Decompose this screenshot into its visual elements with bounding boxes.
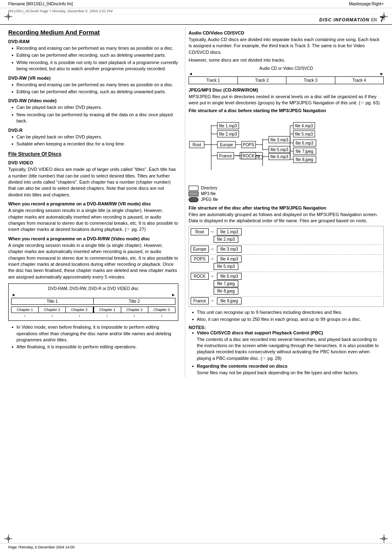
svg-text:file 1.mp3: file 1.mp3 (219, 124, 237, 128)
svg-text:file 2.mp3: file 2.mp3 (219, 132, 237, 136)
flat-group-france: France → file 9.jpeg (191, 297, 382, 304)
svg-text:Europe: Europe (220, 143, 233, 147)
right-column: Audio CD/Video CD/SVCD Typically, Audio … (185, 27, 384, 378)
svg-text:POPS: POPS (243, 143, 254, 147)
en-label: EN (371, 18, 377, 22)
main-columns: Recording Medium And Format DVD-RAM Reco… (0, 27, 392, 378)
subheader-text: MX1SEU_00.book Page 7 Monday, December 6… (8, 9, 113, 13)
track-cells: Track 1 Track 2 Track 3 Track 4 (189, 76, 384, 84)
audio-cd-body1: Typically, Audio CD discs are divided in… (189, 37, 384, 55)
flat-tree-heading: File structure of the disc after startin… (189, 205, 384, 210)
flat-tree-bullets: This unit can recognise up to 9 hierarch… (189, 309, 384, 323)
ch1-left: Chapter 1 (11, 306, 38, 313)
dvd-r-bullet-2: Suitable when keeping a recorded disc fo… (12, 141, 178, 147)
ch1-right: Chapter 1 (94, 306, 121, 313)
legend-mp3: MP3 file (189, 191, 384, 196)
legend-jpeg-icon (189, 197, 198, 202)
dvd-r-bullet-1: Can be played back on other DVD players. (12, 134, 178, 140)
dvd-rw-video-bullets: Can be played back on other DVD players.… (8, 104, 178, 124)
audio-cd-heading: Audio CD/Video CD/SVCD (189, 30, 384, 35)
when-record-vr-heading: When you record a programme on a DVD-RAM… (8, 201, 178, 206)
dvd-diagram: DVD-RAM, DVD-RW, DVD-R or DVD VIDEO disc… (8, 283, 178, 321)
flat-group-rock: ROCK → file 6.mp3 file 7.jpeg file 8.jpe… (191, 273, 382, 297)
footer-left: Page 7Monday, 6 December 2004 14:00 (8, 545, 74, 549)
track-diagram: Audio CD or Video CD/SVCD ◄ ► Track 1 Tr… (189, 66, 384, 84)
track-2: Track 2 (238, 77, 287, 84)
top-header: Filename [MX1SEU_04DiscInfo.fm] Masterpa… (0, 0, 392, 8)
svg-text:file 6.mp3: file 6.mp3 (295, 141, 314, 145)
notes-section: NOTES: Video CD/SVCD discs that support … (189, 325, 384, 376)
flat-tree-container: Root → file 1.mp3 file 2.mp3 Europe → fi… (189, 226, 384, 307)
dvd-rw-video-heading: DVD-RW (Video mode) (8, 98, 178, 103)
recording-medium-title: Recording Medium And Format (8, 29, 178, 36)
when-record-dvdr-heading: When you record a programme on a DVD-R/R… (8, 236, 178, 241)
ch3-right: Chapter 3 (148, 306, 175, 313)
svg-text:file 8.jpeg: file 8.jpeg (296, 157, 314, 162)
when-record-dvdr-body: A single recording session results in a … (8, 242, 178, 280)
section-title: DISC INFORMATION (319, 17, 369, 22)
sub-header: MX1SEU_00.book Page 7 Monday, December 6… (0, 8, 392, 14)
legend-mp3-icon (189, 191, 198, 196)
post-diagram-bullet-1: In Video mode, even before finalising, i… (12, 324, 178, 343)
chapters-row: Chapter 1 Chapter 2 Chapter 3 Chapter 1 … (11, 306, 175, 313)
masterpage-label: Masterpage:Right+ (349, 2, 384, 6)
svg-text:file 6.mp3: file 6.mp3 (270, 154, 288, 159)
dvd-rw-video-bullet-2: New recording can be performed by erasin… (12, 112, 178, 124)
note-2: Regarding the contents recorded on discs… (192, 363, 384, 376)
legend-mp3-label: MP3 file (201, 191, 216, 196)
post-diagram-bullets: In Video mode, even before finalising, i… (8, 324, 178, 350)
when-record-vr-body: A single recording session results in a … (8, 207, 178, 233)
file-tree-svg: Root file 1.mp3 file 2.mp3 (189, 117, 328, 182)
flat-group-pops: POPS → file 4.mp3 file 5.mp3 (191, 256, 382, 272)
dvd-r-heading: DVD-R (8, 128, 178, 133)
legend-jpeg: JPEG file (189, 197, 384, 202)
dvd-ram-bullet-3: While recording, it is possible not only… (12, 60, 178, 72)
legend: Directory MP3 file JPEG file (189, 186, 384, 202)
dvd-diagram-title: DVD-RAM, DVD-RW, DVD-R or DVD VIDEO disc (11, 286, 175, 291)
flat-bullet-2: Also, it can recognise up to 250 files i… (192, 316, 384, 322)
track-diagram-label: Audio CD or Video CD/SVCD (189, 66, 384, 71)
track-3: Track 3 (286, 77, 335, 84)
post-diagram-bullet-2: After finalising, it is impossible to pe… (12, 344, 178, 350)
dvd-ram-bullets: Recording and erasing can be performed a… (8, 45, 178, 72)
svg-text:file 3.mp3: file 3.mp3 (270, 138, 288, 142)
dvd-titles-row: Title 1 Title 2 (11, 298, 175, 305)
flat-group-europe: Europe → file 3.mp3 (191, 246, 382, 255)
flat-tree-body: Files are automatically grouped as follo… (189, 212, 384, 224)
jpeg-mp3-heading: JPEG/MP3 Disc (CD-R/RW/ROM) (189, 88, 384, 92)
ch2-left: Chapter 2 (38, 306, 65, 313)
jpeg-mp3-body: MP3/JPEG files put in directories nested… (189, 94, 384, 106)
svg-text:file 7.jpeg: file 7.jpeg (296, 149, 314, 154)
legend-jpeg-label: JPEG file (201, 197, 218, 202)
corner-mark-bl (4, 534, 12, 543)
corner-mark-tr (380, 12, 388, 21)
notes-label: NOTES: (189, 325, 384, 330)
dvd-rw-vr-heading: DVD-RW (VR mode) (8, 76, 178, 81)
track-1: Track 1 (189, 77, 238, 84)
audio-cd-body2: However, some discs are not divided into… (189, 57, 384, 63)
svg-text:Root: Root (192, 143, 201, 147)
file-tree-diagram-before: Root file 1.mp3 file 2.mp3 (189, 117, 384, 183)
notes-list: Video CD/SVCD discs that support Playbac… (189, 330, 384, 376)
dvd-rw-vr-bullet-1: Recording and erasing can be performed a… (12, 82, 178, 88)
filename-label: Filename [MX1SEU_04DiscInfo.fm] (8, 2, 73, 6)
svg-text:ROCK: ROCK (243, 154, 255, 158)
section-header: DISC INFORMATION EN 7 (0, 14, 392, 25)
dvd-ram-bullet-1: Recording and erasing can be performed a… (12, 45, 178, 51)
dvd-ram-bullet-2: Editing can be performed after recording… (12, 52, 178, 58)
dvd-ram-heading: DVD-RAM (8, 39, 178, 44)
dvd-video-heading: DVD VIDEO (8, 160, 178, 165)
svg-text:France: France (219, 154, 232, 158)
footer: Page 7Monday, 6 December 2004 14:00 (0, 543, 392, 551)
flat-bullet-1: This unit can recognise up to 9 hierarch… (192, 309, 384, 315)
legend-dir-icon (189, 186, 198, 191)
file-structure-title: File Structure Of Discs (8, 151, 178, 157)
svg-text:file 5.mp3: file 5.mp3 (270, 147, 288, 152)
legend-directory: Directory (189, 186, 384, 191)
dvd-rw-video-bullet-1: Can be played back on other DVD players. (12, 104, 178, 111)
dvd-video-body: Typically, DVD VIDEO discs are made up o… (8, 166, 178, 198)
title2-cell: Title 2 (94, 298, 175, 304)
dvd-r-bullets: Can be played back on other DVD players.… (8, 134, 178, 147)
legend-dir-label: Directory (201, 186, 217, 190)
corner-mark-br (380, 534, 388, 543)
